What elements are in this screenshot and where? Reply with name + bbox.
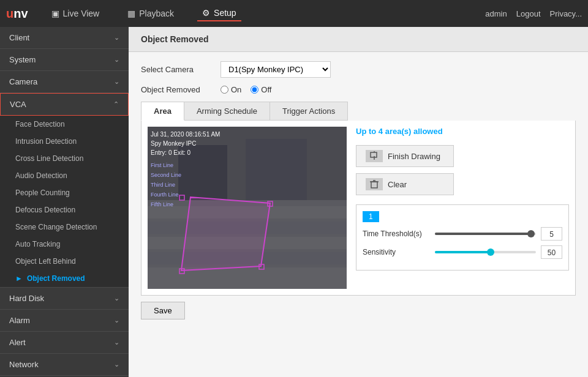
cross-line-label: Cross Line Detection bbox=[15, 154, 83, 163]
nav-live-view[interactable]: ▣ Live View bbox=[47, 6, 105, 21]
sidebar-section-alert: Alert ⌄ bbox=[0, 332, 129, 354]
active-arrow-icon: ► bbox=[15, 274, 23, 283]
chevron-down-icon: ⌄ bbox=[114, 56, 119, 64]
select-camera-row: Select Camera D1(Spy Monkey IPC) bbox=[141, 61, 576, 78]
time-threshold-track[interactable] bbox=[435, 233, 536, 235]
sidebar-alert-label: Alert bbox=[9, 338, 26, 347]
chevron-down-icon: ⌄ bbox=[114, 78, 119, 86]
chevron-down-icon: ⌄ bbox=[114, 338, 119, 346]
logo: unv bbox=[6, 7, 28, 21]
sidebar-camera-label: Camera bbox=[9, 77, 37, 86]
sidebar-header-vca[interactable]: VCA ⌃ bbox=[0, 93, 129, 116]
sidebar-item-people-counting[interactable]: People Counting bbox=[0, 184, 129, 201]
topbar-right: admin Logout Privacy... bbox=[485, 9, 582, 18]
tab-trigger-actions[interactable]: Trigger Actions bbox=[270, 102, 348, 121]
sidebar-harddisk-label: Hard Disk bbox=[9, 294, 44, 303]
sidebar-item-audio-detection[interactable]: Audio Detection bbox=[0, 167, 129, 184]
pencil-icon bbox=[366, 150, 383, 162]
line-2: Second Line bbox=[151, 170, 181, 180]
scene-change-label: Scene Change Detection bbox=[15, 223, 97, 231]
radio-off-input[interactable] bbox=[251, 86, 258, 94]
sidebar-header-alarm[interactable]: Alarm ⌄ bbox=[0, 310, 129, 331]
time-threshold-value[interactable]: 5 bbox=[541, 227, 562, 241]
camera-entry-exit: Entry: 0 Exit: 0 bbox=[151, 148, 220, 157]
sidebar-item-intrusion-detection[interactable]: Intrusion Detection bbox=[0, 133, 129, 150]
clear-label: Clear bbox=[388, 180, 407, 189]
time-threshold-thumb[interactable] bbox=[527, 230, 535, 237]
sidebar-item-defocus[interactable]: Defocus Detection bbox=[0, 201, 129, 218]
sensitivity-track[interactable] bbox=[435, 251, 536, 253]
svg-rect-7 bbox=[148, 267, 347, 289]
finish-drawing-button[interactable]: Finish Drawing bbox=[356, 145, 454, 167]
sidebar-header-system[interactable]: System ⌄ bbox=[0, 49, 129, 70]
nav-setup[interactable]: ⚙ Setup bbox=[197, 6, 241, 21]
sidebar-item-object-left[interactable]: Object Left Behind bbox=[0, 253, 129, 270]
sidebar-network-label: Network bbox=[9, 360, 39, 369]
camera-view: Jul 31, 2020 08:16:51 AM Spy Monkey IPC … bbox=[148, 127, 347, 289]
content-body: Select Camera D1(Spy Monkey IPC) Object … bbox=[129, 52, 588, 329]
allowed-suffix: area(s) allowed bbox=[385, 127, 443, 136]
camera-name: Spy Monkey IPC bbox=[151, 139, 220, 148]
chevron-up-icon: ⌃ bbox=[113, 100, 119, 108]
sidebar-header-harddisk[interactable]: Hard Disk ⌄ bbox=[0, 288, 129, 309]
chevron-down-icon: ⌄ bbox=[114, 34, 119, 42]
sidebar-section-vca: VCA ⌃ Face Detection Intrusion Detection… bbox=[0, 93, 129, 288]
save-button[interactable]: Save bbox=[141, 302, 185, 319]
sidebar-item-scene-change[interactable]: Scene Change Detection bbox=[0, 218, 129, 236]
sidebar-item-object-removed[interactable]: ► Object Removed bbox=[0, 270, 129, 287]
object-removed-label: Object Removed bbox=[27, 274, 85, 283]
time-threshold-label: Time Threshold(s) bbox=[363, 230, 430, 238]
nav-setup-label: Setup bbox=[214, 8, 236, 18]
sidebar-item-cross-line[interactable]: Cross Line Detection bbox=[0, 150, 129, 167]
logout-btn[interactable]: Logout bbox=[516, 9, 541, 18]
tab-arming-schedule[interactable]: Arming Schedule bbox=[184, 102, 270, 121]
sidebar-vca-items: Face Detection Intrusion Detection Cross… bbox=[0, 116, 129, 287]
select-camera-dropdown[interactable]: D1(Spy Monkey IPC) bbox=[221, 61, 331, 78]
area-tab-number[interactable]: 1 bbox=[363, 211, 379, 222]
sensitivity-row: Sensitivity 50 bbox=[363, 245, 562, 259]
face-detection-label: Face Detection bbox=[15, 120, 65, 129]
line-4: Fourth Line bbox=[151, 190, 181, 200]
right-panel: Up to 4 area(s) allowed Finish Drawing bbox=[356, 127, 569, 289]
radio-off-label[interactable]: Off bbox=[251, 85, 271, 94]
object-left-label: Object Left Behind bbox=[15, 257, 76, 266]
sidebar-header-network[interactable]: Network ⌄ bbox=[0, 354, 129, 375]
sidebar-section-harddisk: Hard Disk ⌄ bbox=[0, 288, 129, 310]
monitor-icon: ▣ bbox=[51, 9, 59, 18]
sensitivity-thumb[interactable] bbox=[487, 248, 494, 256]
settings-card: 1 Time Threshold(s) 5 Sensiti bbox=[356, 204, 569, 271]
svg-marker-11 bbox=[181, 197, 270, 271]
trash-icon bbox=[366, 178, 383, 190]
sensitivity-value[interactable]: 50 bbox=[541, 245, 562, 259]
time-threshold-row: Time Threshold(s) 5 bbox=[363, 227, 562, 241]
allowed-prefix: Up to bbox=[356, 127, 376, 136]
camera-timestamp: Jul 31, 2020 08:16:51 AM Spy Monkey IPC … bbox=[151, 130, 220, 157]
tab-area[interactable]: Area bbox=[141, 102, 184, 121]
allowed-count: 4 bbox=[379, 127, 383, 136]
sidebar-item-face-detection[interactable]: Face Detection bbox=[0, 116, 129, 133]
camera-lines: First Line Second Line Third Line Fourth… bbox=[151, 160, 181, 209]
radio-on-input[interactable] bbox=[221, 86, 228, 94]
radio-on-label[interactable]: On bbox=[221, 85, 241, 94]
object-removed-row: Object Removed On Off bbox=[141, 85, 576, 94]
logo-u: u bbox=[6, 7, 13, 21]
line-3: Third Line bbox=[151, 180, 181, 190]
privacy-btn[interactable]: Privacy... bbox=[550, 9, 582, 18]
sidebar-header-client[interactable]: Client ⌄ bbox=[0, 27, 129, 48]
radio-off-text: Off bbox=[261, 85, 271, 94]
topbar: unv ▣ Live View ▦ Playback ⚙ Setup admin… bbox=[0, 0, 588, 27]
sidebar-header-alert[interactable]: Alert ⌄ bbox=[0, 332, 129, 353]
nav-playback[interactable]: ▦ Playback bbox=[123, 6, 179, 21]
page-title: Object Removed bbox=[141, 34, 208, 44]
area-panel: Jul 31, 2020 08:16:51 AM Spy Monkey IPC … bbox=[141, 121, 576, 296]
sidebar-item-auto-tracking[interactable]: Auto Tracking bbox=[0, 236, 129, 253]
line-1: First Line bbox=[151, 160, 181, 170]
content: Object Removed Select Camera D1(Spy Monk… bbox=[129, 27, 588, 377]
sidebar-section-system: System ⌄ bbox=[0, 49, 129, 71]
gear-icon: ⚙ bbox=[202, 8, 210, 18]
grid-icon: ▦ bbox=[127, 9, 135, 18]
sidebar-header-camera[interactable]: Camera ⌄ bbox=[0, 71, 129, 92]
allowed-areas-text: Up to 4 area(s) allowed bbox=[356, 127, 569, 136]
clear-button[interactable]: Clear bbox=[356, 173, 454, 195]
sidebar-client-label: Client bbox=[9, 33, 29, 42]
